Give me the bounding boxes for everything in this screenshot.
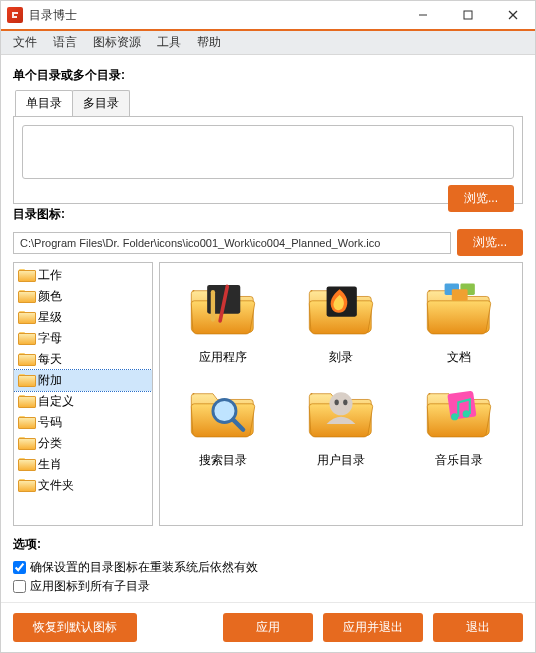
tree-item-label: 分类: [38, 435, 62, 452]
menu-file[interactable]: 文件: [5, 31, 45, 54]
folder-icon: [18, 479, 34, 492]
maximize-button[interactable]: [445, 0, 490, 30]
menubar: 文件 语言 图标资源 工具 帮助: [1, 31, 535, 55]
folder-icon: [18, 458, 34, 471]
titlebar: 目录博士: [1, 1, 535, 31]
burn-folder-icon: [301, 273, 381, 343]
option-persist-after-reinstall[interactable]: 确保设置的目录图标在重装系统后依然有效: [13, 559, 523, 576]
svg-point-15: [343, 399, 347, 405]
icon-path-row: 浏览...: [13, 229, 523, 256]
browse-icon-button[interactable]: 浏览...: [457, 229, 523, 256]
docs-folder-icon: [419, 273, 499, 343]
exit-button[interactable]: 退出: [433, 613, 523, 642]
tree-item-label: 工作: [38, 267, 62, 284]
option-persist-label: 确保设置的目录图标在重装系统后依然有效: [30, 559, 258, 576]
tree-item-3[interactable]: 字母: [14, 328, 152, 349]
checkbox-persist[interactable]: [13, 561, 26, 574]
icon-item-apps[interactable]: 应用程序: [166, 271, 280, 368]
tree-item-8[interactable]: 分类: [14, 433, 152, 454]
apply-button[interactable]: 应用: [223, 613, 313, 642]
close-button[interactable]: [490, 0, 535, 30]
search-folder-icon: [183, 376, 263, 446]
tree-item-0[interactable]: 工作: [14, 265, 152, 286]
window-controls: [400, 0, 535, 30]
folder-tab-panel: 浏览...: [13, 116, 523, 204]
music-folder-icon: [419, 376, 499, 446]
option-subfolders-label: 应用图标到所有子目录: [30, 578, 150, 595]
tab-single-folder[interactable]: 单目录: [15, 90, 73, 116]
folder-path-input[interactable]: [22, 125, 514, 179]
tree-item-2[interactable]: 星级: [14, 307, 152, 328]
icon-item-music[interactable]: 音乐目录: [402, 374, 516, 471]
tree-item-label: 号码: [38, 414, 62, 431]
tree-item-label: 每天: [38, 351, 62, 368]
menu-icon-res[interactable]: 图标资源: [85, 31, 149, 54]
menu-tools[interactable]: 工具: [149, 31, 189, 54]
restore-default-button[interactable]: 恢复到默认图标: [13, 613, 137, 642]
app-icon: [7, 7, 23, 23]
tree-item-6[interactable]: 自定义: [14, 391, 152, 412]
menu-help[interactable]: 帮助: [189, 31, 229, 54]
folder-icon: [18, 437, 34, 450]
folders-section-label: 单个目录或多个目录:: [13, 67, 523, 84]
icon-browser: 工作颜色星级字母每天附加自定义号码分类生肖文件夹 应用程序 刻录 文档 搜索目录…: [13, 262, 523, 526]
tree-item-label: 星级: [38, 309, 62, 326]
tree-item-10[interactable]: 文件夹: [14, 475, 152, 496]
svg-rect-1: [464, 11, 472, 19]
tree-item-1[interactable]: 颜色: [14, 286, 152, 307]
svg-point-14: [335, 399, 339, 405]
folder-icon: [18, 332, 34, 345]
icon-item-label: 文档: [447, 349, 471, 366]
tree-item-4[interactable]: 每天: [14, 349, 152, 370]
menu-language[interactable]: 语言: [45, 31, 85, 54]
folder-icon: [18, 311, 34, 324]
icon-item-label: 搜索目录: [199, 452, 247, 469]
option-apply-subfolders[interactable]: 应用图标到所有子目录: [13, 578, 523, 595]
categories-tree[interactable]: 工作颜色星级字母每天附加自定义号码分类生肖文件夹: [13, 262, 153, 526]
tree-item-label: 生肖: [38, 456, 62, 473]
icon-item-label: 音乐目录: [435, 452, 483, 469]
folder-icon: [18, 374, 34, 387]
tree-item-9[interactable]: 生肖: [14, 454, 152, 475]
options-section: 选项: 确保设置的目录图标在重装系统后依然有效 应用图标到所有子目录: [13, 534, 523, 597]
main-window: 目录博士 文件 语言 图标资源 工具 帮助 单个目录或多个目录: 单目录 多目录: [0, 0, 536, 653]
folder-icon: [18, 353, 34, 366]
tree-item-label: 自定义: [38, 393, 74, 410]
browse-folder-button[interactable]: 浏览...: [448, 185, 514, 212]
users-folder-icon: [301, 376, 381, 446]
folder-icon: [18, 269, 34, 282]
svg-rect-10: [452, 289, 468, 301]
options-label: 选项:: [13, 536, 523, 553]
icons-grid[interactable]: 应用程序 刻录 文档 搜索目录 用户目录 音乐目录: [159, 262, 523, 526]
tree-item-label: 字母: [38, 330, 62, 347]
tree-item-label: 颜色: [38, 288, 62, 305]
content-area: 单个目录或多个目录: 单目录 多目录 浏览... 目录图标: 浏览... 工作颜…: [1, 55, 535, 602]
folder-icon: [18, 395, 34, 408]
footer-bar: 恢复到默认图标 应用 应用并退出 退出: [1, 602, 535, 652]
tree-item-5[interactable]: 附加: [14, 370, 152, 391]
icon-path-input[interactable]: [13, 232, 451, 254]
icon-item-docs[interactable]: 文档: [402, 271, 516, 368]
icon-item-label: 用户目录: [317, 452, 365, 469]
folder-icon: [18, 290, 34, 303]
tree-item-label: 文件夹: [38, 477, 74, 494]
tree-item-7[interactable]: 号码: [14, 412, 152, 433]
svg-point-13: [329, 392, 352, 415]
apps-folder-icon: [183, 273, 263, 343]
minimize-button[interactable]: [400, 0, 445, 30]
tab-multi-folder[interactable]: 多目录: [72, 90, 130, 116]
checkbox-subfolders[interactable]: [13, 580, 26, 593]
icon-item-label: 应用程序: [199, 349, 247, 366]
apply-exit-button[interactable]: 应用并退出: [323, 613, 423, 642]
window-title: 目录博士: [29, 7, 400, 24]
tree-item-label: 附加: [38, 372, 62, 389]
folder-tabs: 单目录 多目录: [15, 90, 523, 116]
icon-item-label: 刻录: [329, 349, 353, 366]
icon-item-search[interactable]: 搜索目录: [166, 374, 280, 471]
icon-item-users[interactable]: 用户目录: [284, 374, 398, 471]
icon-item-burn[interactable]: 刻录: [284, 271, 398, 368]
folder-icon: [18, 416, 34, 429]
